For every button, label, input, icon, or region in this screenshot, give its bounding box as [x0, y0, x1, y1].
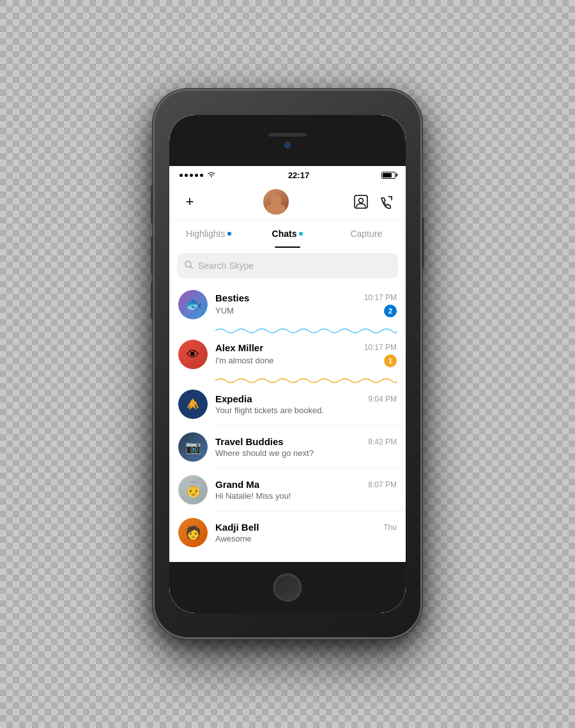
phone-bottom-bezel	[169, 562, 406, 613]
phone-screen: 22:17 +	[169, 115, 406, 613]
chat-header-expedia: Expedia 9:04 PM	[215, 393, 397, 404]
profile-avatar[interactable]	[263, 189, 289, 215]
battery-area	[381, 172, 395, 179]
tab-capture[interactable]: Capture	[327, 220, 406, 248]
chat-item-kadji[interactable]: Kadji Bell Thu Awesome	[169, 512, 406, 554]
wavy-divider-yellow	[215, 375, 397, 383]
tab-capture-label: Capture	[350, 229, 382, 239]
signal-dot-1	[180, 174, 183, 177]
avatar-expedia	[178, 390, 208, 419]
chat-time-travel: 8:42 PM	[368, 437, 397, 446]
avatar-grandma	[178, 475, 208, 504]
search-icon	[185, 261, 193, 271]
svg-point-0	[211, 176, 212, 178]
avatar-besties	[178, 290, 208, 319]
chat-body-alex: Alex Miller 10:17 PM I'm almost done 1	[215, 342, 397, 367]
badge-besties: 2	[384, 305, 397, 317]
chat-preview-alex: I'm almost done	[215, 356, 380, 365]
phone-top-bezel	[169, 115, 406, 166]
chat-preview-row-expedia: Your flight tickets are booked.	[215, 406, 397, 415]
chat-header-besties: Besties 10:17 PM	[215, 292, 397, 303]
status-bar: 22:17	[169, 166, 406, 184]
chat-preview-row-travel: Where should we go next?	[215, 448, 397, 458]
app-header: +	[169, 184, 406, 220]
contacts-icon-button[interactable]	[352, 193, 370, 211]
tab-highlights-label: Highlights	[186, 229, 225, 239]
calls-icon-button[interactable]	[378, 193, 395, 211]
add-button[interactable]: +	[180, 193, 200, 210]
chat-name-alex: Alex Miller	[215, 342, 263, 353]
chat-item-alex[interactable]: Alex Miller 10:17 PM I'm almost done 1	[169, 333, 406, 375]
search-bar[interactable]: Search Skype	[177, 253, 398, 278]
chat-name-besties: Besties	[215, 292, 249, 303]
chat-time-besties: 10:17 PM	[364, 293, 397, 302]
battery-fill	[383, 173, 392, 178]
chat-time-alex: 10:17 PM	[364, 343, 397, 352]
chat-header-travel: Travel Buddies 8:42 PM	[215, 436, 397, 447]
chat-preview-row-grandma: Hi Natalie! Miss you!	[215, 491, 397, 501]
chat-item-expedia[interactable]: Expedia 9:04 PM Your flight tickets are …	[169, 383, 406, 425]
chat-preview-row-alex: I'm almost done 1	[215, 354, 397, 367]
chat-item-grandma[interactable]: Grand Ma 8:07 PM Hi Natalie! Miss you!	[169, 469, 406, 511]
chat-name-travel: Travel Buddies	[215, 436, 284, 447]
signal-dot-5	[200, 174, 203, 177]
status-time: 22:17	[288, 171, 309, 180]
chat-preview-grandma: Hi Natalie! Miss you!	[215, 491, 397, 501]
signal-dot-4	[195, 174, 198, 177]
chat-body-travel: Travel Buddies 8:42 PM Where should we g…	[215, 436, 397, 458]
chat-body-grandma: Grand Ma 8:07 PM Hi Natalie! Miss you!	[215, 479, 397, 501]
search-placeholder: Search Skype	[198, 261, 254, 271]
chat-time-expedia: 9:04 PM	[368, 395, 397, 404]
tab-highlights[interactable]: Highlights	[169, 220, 248, 248]
chat-name-kadji: Kadji Bell	[215, 522, 259, 533]
tab-chats-dot	[299, 232, 303, 236]
badge-alex: 1	[384, 354, 397, 367]
wavy-divider-blue	[215, 326, 397, 333]
signal-area	[180, 171, 216, 179]
chat-body-besties: Besties 10:17 PM YUM 2	[215, 292, 397, 317]
wifi-icon	[207, 171, 216, 179]
avatar-travel	[178, 432, 208, 462]
avatar-alex	[178, 340, 208, 369]
tab-highlights-dot	[227, 232, 231, 236]
chat-preview-row-kadji: Awesome	[215, 534, 397, 543]
chat-body-kadji: Kadji Bell Thu Awesome	[215, 522, 397, 543]
chat-list: Besties 10:17 PM YUM 2	[169, 284, 406, 562]
chat-header-kadji: Kadji Bell Thu	[215, 522, 397, 533]
screen-content: 22:17 +	[169, 166, 406, 562]
chat-preview-kadji: Awesome	[215, 534, 397, 543]
battery-icon	[381, 172, 395, 179]
phone-camera	[284, 142, 291, 148]
chat-preview-besties: YUM	[215, 306, 380, 315]
chat-preview-expedia: Your flight tickets are booked.	[215, 406, 397, 415]
home-button[interactable]	[273, 573, 302, 602]
tab-chats[interactable]: Chats	[248, 220, 326, 248]
svg-point-2	[359, 198, 364, 202]
phone-device: 22:17 +	[153, 89, 422, 639]
chat-header-grandma: Grand Ma 8:07 PM	[215, 479, 397, 490]
chat-preview-travel: Where should we go next?	[215, 448, 397, 458]
signal-dot-2	[185, 174, 188, 177]
chat-item-travel[interactable]: Travel Buddies 8:42 PM Where should we g…	[169, 426, 406, 468]
tab-chats-label: Chats	[272, 229, 297, 239]
chat-body-expedia: Expedia 9:04 PM Your flight tickets are …	[215, 393, 397, 415]
svg-line-6	[190, 266, 192, 268]
chat-item-besties[interactable]: Besties 10:17 PM YUM 2	[169, 284, 406, 326]
tabs-bar: Highlights Chats Capture	[169, 220, 406, 248]
chat-preview-row-besties: YUM 2	[215, 305, 397, 317]
avatar-kadji	[178, 518, 208, 547]
chat-time-kadji: Thu	[383, 523, 397, 532]
avatar-face	[263, 189, 289, 215]
chat-name-expedia: Expedia	[215, 393, 252, 404]
phone-speaker	[268, 133, 307, 137]
chat-time-grandma: 8:07 PM	[368, 480, 397, 489]
header-icons	[352, 193, 395, 211]
chat-name-grandma: Grand Ma	[215, 479, 259, 490]
chat-header-alex: Alex Miller 10:17 PM	[215, 342, 397, 353]
signal-dot-3	[190, 174, 193, 177]
